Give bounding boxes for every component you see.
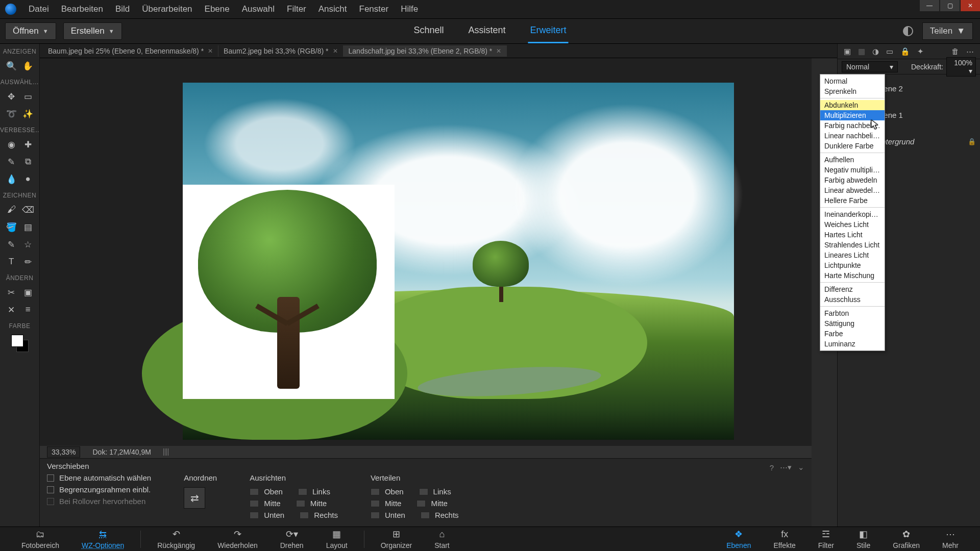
layers-tab-button[interactable]: ❖Ebenen [715,529,762,549]
blend-item-multiplizieren[interactable]: Multiplizieren [820,110,885,120]
document-canvas[interactable] [183,83,734,440]
new-layer-icon[interactable]: ▣ [844,47,851,56]
menu-hilfe[interactable]: Hilfe [395,4,424,14]
brush-tool-icon[interactable]: 🖌 [5,203,18,216]
layer-fx-icon[interactable]: ✦ [917,47,924,56]
blend-mode-select[interactable]: Normal ▾ [842,61,898,72]
marquee-tool-icon[interactable]: ▭ [21,90,35,103]
window-maximize-button[interactable]: ▢ [940,0,960,11]
canvas-pasted-layer[interactable] [183,185,395,399]
graphics-tab-button[interactable]: ✿Grafiken [881,529,931,549]
recompose-tool-icon[interactable]: ▣ [21,286,35,299]
dist-top-icon[interactable] [371,488,380,495]
dist-left-icon[interactable] [419,488,428,495]
foreground-color-swatch[interactable] [11,335,23,347]
blend-item-dunklere-farbe[interactable]: Dunklere Farbe [820,141,885,151]
menu-bearbeiten[interactable]: Bearbeiten [55,4,109,14]
arrange-icon[interactable]: ⇄ [184,487,205,509]
clone-tool-icon[interactable]: ⧉ [21,155,35,168]
eraser-tool-icon[interactable]: ⌫ [21,203,35,216]
eyedropper-tool-icon[interactable]: ✎ [5,238,18,251]
close-icon[interactable]: ✕ [496,47,501,55]
styles-tab-button[interactable]: ◧Stile [845,529,881,549]
blend-mode-dropdown[interactable]: Normal Sprenkeln Abdunkeln Multipliziere… [820,74,885,351]
tool-options-button[interactable]: ⇆WZ-Optionen [70,529,135,549]
align-top-icon[interactable] [250,488,259,495]
align-right-icon[interactable] [300,512,309,519]
blend-item-abdunkeln[interactable]: Abdunkeln [820,100,885,110]
crop-tool-icon[interactable]: ✂ [5,286,18,299]
layout-button[interactable]: ▦Layout [315,529,359,549]
mode-guided[interactable]: Assistent [467,19,508,43]
opacity-field[interactable]: 100% ▾ [946,57,976,77]
blend-item-sprenkeln[interactable]: Sprenkeln [820,86,885,96]
paint-bucket-tool-icon[interactable]: 🪣 [5,220,18,234]
blend-item-aufhellen[interactable]: Aufhellen [820,155,885,165]
zoom-tool-icon[interactable]: 🔍 [5,59,18,72]
panel-menu-icon[interactable]: ⋯ [966,47,974,56]
straighten-tool-icon[interactable]: ≡ [21,303,35,316]
show-bounds-checkbox[interactable] [47,486,54,493]
menu-ueberarbeiten[interactable]: Überarbeiten [136,4,198,14]
pencil-tool-icon[interactable]: ✏ [21,255,35,268]
window-minimize-button[interactable]: — [920,0,939,11]
blend-item-linear-nachbelichten[interactable]: Linear nachbelicht… [820,131,885,141]
delete-layer-icon[interactable]: 🗑 [951,47,959,56]
blend-item-farbton[interactable]: Farbton [820,308,885,318]
blend-item-differenz[interactable]: Differenz [820,284,885,294]
spot-heal-tool-icon[interactable]: ✚ [21,138,35,151]
redo-button[interactable]: ↷Wiederholen [206,529,269,549]
home-button[interactable]: ⌂Start [423,529,461,549]
menu-ebene[interactable]: Ebene [199,4,236,14]
hand-tool-icon[interactable]: ✋ [21,59,35,72]
help-icon[interactable]: ? [770,463,774,472]
sponge-tool-icon[interactable]: ● [21,172,35,186]
blend-item-harte-mischung[interactable]: Harte Mischung [820,270,885,281]
close-icon[interactable]: ✕ [333,47,338,55]
menu-datei[interactable]: Datei [22,4,55,14]
blend-item-lichtpunkte[interactable]: Lichtpunkte [820,260,885,270]
dist-bottom-icon[interactable] [371,512,380,519]
layer-mask-icon[interactable]: ▭ [886,47,893,56]
photobin-button[interactable]: 🗂Fotobereich [10,529,70,549]
menu-filter[interactable]: Filter [281,4,312,14]
lock-layer-icon[interactable]: 🔒 [900,47,910,56]
align-center-icon[interactable] [296,500,305,507]
blend-item-hartes-licht[interactable]: Hartes Licht [820,230,885,240]
align-middle-icon[interactable] [250,500,259,507]
dist-right-icon[interactable] [421,512,430,519]
blend-item-farbe[interactable]: Farbe [820,329,885,339]
organizer-button[interactable]: ⊞Organizer [370,529,423,549]
color-swatch[interactable] [11,335,29,352]
menu-ansicht[interactable]: Ansicht [312,4,353,14]
align-bottom-icon[interactable] [250,512,259,519]
panel-menu-icon[interactable]: ⋯▾ [780,463,792,472]
layer-group-icon[interactable]: ▦ [858,47,865,56]
blur-tool-icon[interactable]: 💧 [5,172,18,186]
dist-center-icon[interactable] [416,500,426,507]
blend-item-strahlendes-licht[interactable]: Strahlendes Licht [820,240,885,250]
magic-wand-tool-icon[interactable]: ✨ [21,107,35,120]
move-tool-icon[interactable]: ✥ [5,90,18,103]
blend-item-linear-abwedeln[interactable]: Linear abwedeln (… [820,185,885,195]
share-button[interactable]: Teilen▼ [922,22,973,40]
theme-toggle-icon[interactable] [903,26,913,36]
gradient-tool-icon[interactable]: ▤ [21,220,35,234]
dist-middle-icon[interactable] [371,500,380,507]
zoom-field[interactable]: 33,33% [47,446,80,458]
status-grip-icon[interactable] [163,448,168,456]
doc-tab-1[interactable]: Baum.jpeg bei 25% (Ebene 0, Ebenenmaske/… [43,45,218,57]
mode-quick[interactable]: Schnell [411,19,446,43]
close-icon[interactable]: ✕ [208,47,213,55]
blend-item-saettigung[interactable]: Sättigung [820,318,885,329]
menu-auswahl[interactable]: Auswahl [236,4,281,14]
adjustment-layer-icon[interactable]: ◑ [872,47,879,56]
blend-item-hellere-farbe[interactable]: Hellere Farbe [820,195,885,206]
doc-tab-2[interactable]: Baum2.jpeg bei 33,3% (RGB/8) *✕ [218,45,343,57]
redeye-tool-icon[interactable]: ◉ [5,138,18,151]
blend-item-luminanz[interactable]: Luminanz [820,339,885,349]
undo-button[interactable]: ↶Rückgängig [146,529,206,549]
content-aware-tool-icon[interactable]: ✕ [5,303,18,316]
lasso-tool-icon[interactable]: ➰ [5,107,18,120]
align-left-icon[interactable] [298,488,307,495]
